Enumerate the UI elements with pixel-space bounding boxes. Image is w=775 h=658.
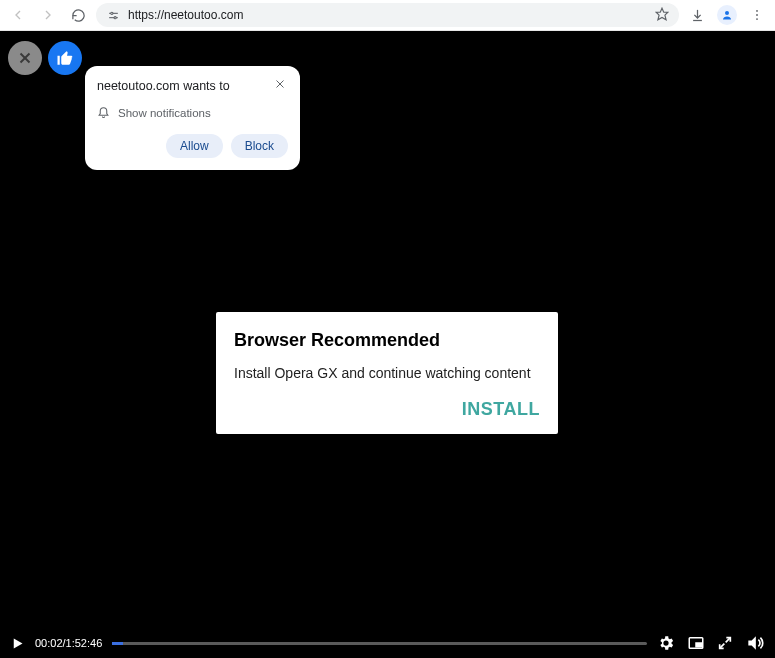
kebab-menu-icon[interactable] <box>745 3 769 27</box>
back-button[interactable] <box>6 3 30 27</box>
install-button[interactable]: INSTALL <box>234 399 540 420</box>
svg-point-6 <box>725 11 729 15</box>
url-text: https://neetoutoo.com <box>128 8 647 22</box>
overlay-subtitle: Install Opera GX and continue watching c… <box>234 365 540 381</box>
svg-point-7 <box>756 10 758 12</box>
video-control-bar: 00:02/1:52:46 <box>0 628 775 658</box>
allow-button[interactable]: Allow <box>166 134 223 158</box>
progress-bar[interactable] <box>112 642 647 645</box>
fullscreen-icon[interactable] <box>717 635 733 651</box>
address-bar[interactable]: https://neetoutoo.com <box>96 3 679 27</box>
browser-toolbar: https://neetoutoo.com <box>0 0 775 31</box>
download-icon[interactable] <box>685 3 709 27</box>
permission-item-label: Show notifications <box>118 107 211 119</box>
svg-point-2 <box>110 12 112 14</box>
volume-icon[interactable] <box>745 633 765 653</box>
progress-fill <box>112 642 123 645</box>
svg-marker-14 <box>14 638 23 648</box>
reload-button[interactable] <box>66 3 90 27</box>
notification-permission-dialog: neetoutoo.com wants to Show notification… <box>85 66 300 170</box>
svg-marker-4 <box>656 8 668 20</box>
block-button[interactable]: Block <box>231 134 288 158</box>
svg-point-3 <box>114 16 116 18</box>
close-icon[interactable] <box>272 76 288 95</box>
bell-icon <box>97 105 110 120</box>
video-player[interactable]: neetoutoo.com wants to Show notification… <box>0 31 775 658</box>
profile-button[interactable] <box>715 3 739 27</box>
settings-icon[interactable] <box>657 634 675 652</box>
svg-point-8 <box>756 14 758 16</box>
site-settings-icon[interactable] <box>106 8 120 22</box>
install-browser-overlay: Browser Recommended Install Opera GX and… <box>216 312 558 434</box>
svg-point-9 <box>756 18 758 20</box>
svg-rect-16 <box>696 643 701 647</box>
time-display: 00:02/1:52:46 <box>35 637 102 649</box>
dismiss-overlay-button[interactable] <box>8 41 42 75</box>
pip-icon[interactable] <box>687 634 705 652</box>
like-button[interactable] <box>48 41 82 75</box>
overlay-top-left <box>8 41 82 75</box>
bookmark-icon[interactable] <box>655 7 669 24</box>
forward-button[interactable] <box>36 3 60 27</box>
permission-title: neetoutoo.com wants to <box>97 79 230 93</box>
play-button[interactable] <box>10 636 25 651</box>
overlay-title: Browser Recommended <box>234 330 540 351</box>
